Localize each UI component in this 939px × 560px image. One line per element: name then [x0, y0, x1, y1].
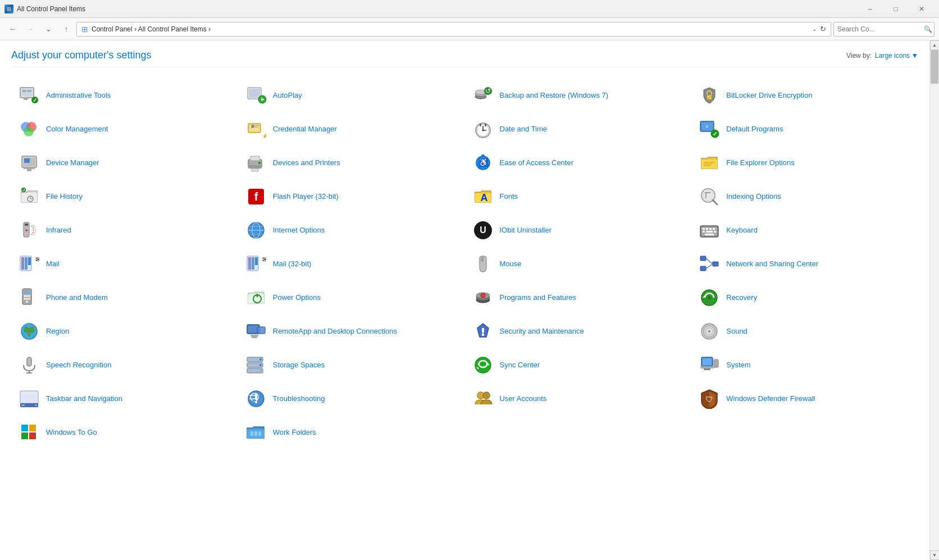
- control-item-user-accounts[interactable]: User Accounts: [465, 382, 692, 416]
- mail-32bit-label[interactable]: Mail (32-bit): [273, 259, 312, 269]
- devices-printers-label[interactable]: Devices and Printers: [273, 158, 340, 168]
- control-item-infrared[interactable]: Infrared: [11, 213, 238, 247]
- default-programs-label[interactable]: Default Programs: [726, 125, 783, 134]
- flash-player-label[interactable]: Flash Player (32-bit): [273, 192, 339, 202]
- control-item-admin-tools[interactable]: ✓Administrative Tools: [11, 79, 238, 112]
- control-item-autoplay[interactable]: AutoPlay: [238, 79, 465, 112]
- control-item-taskbar-navigation[interactable]: Taskbar and Navigation: [11, 382, 238, 416]
- back-button[interactable]: ←: [4, 21, 20, 37]
- control-item-backup-restore[interactable]: ↺Backup and Restore (Windows 7): [465, 79, 692, 112]
- control-item-recovery[interactable]: Recovery: [691, 281, 918, 315]
- up-button[interactable]: ↑: [58, 21, 74, 37]
- control-item-network-sharing[interactable]: Network and Sharing Center: [691, 247, 918, 281]
- mail-label[interactable]: Mail: [46, 259, 60, 269]
- control-item-security-maintenance[interactable]: !Security and Maintenance: [465, 315, 692, 348]
- keyboard-label[interactable]: Keyboard: [726, 226, 758, 235]
- user-accounts-label[interactable]: User Accounts: [500, 394, 547, 404]
- iobit-uninstaller-label[interactable]: IObit Uninstaller: [500, 226, 551, 235]
- indexing-options-label[interactable]: Indexing Options: [726, 192, 781, 202]
- control-item-indexing-options[interactable]: Indexing Options: [691, 180, 918, 213]
- scrollbar-thumb[interactable]: [931, 50, 938, 84]
- mouse-label[interactable]: Mouse: [500, 259, 522, 269]
- sync-center-label[interactable]: Sync Center: [500, 361, 540, 370]
- view-by-dropdown[interactable]: Large icons ▼: [875, 52, 918, 60]
- work-folders-label[interactable]: Work Folders: [273, 428, 316, 438]
- search-input[interactable]: [837, 25, 922, 33]
- security-maintenance-label[interactable]: Security and Maintenance: [500, 327, 584, 336]
- control-item-device-manager[interactable]: Device Manager: [11, 146, 238, 180]
- control-item-windows-defender-firewall[interactable]: 🛡Windows Defender Firewall: [691, 382, 918, 416]
- system-label[interactable]: System: [726, 361, 750, 370]
- control-item-remoteapp[interactable]: RemoteApp and Desktop Connections: [238, 315, 465, 348]
- control-item-system[interactable]: System: [691, 348, 918, 382]
- control-item-sync-center[interactable]: Sync Center: [465, 348, 692, 382]
- control-item-devices-printers[interactable]: Devices and Printers: [238, 146, 465, 180]
- control-item-mouse[interactable]: Mouse: [465, 247, 692, 281]
- network-sharing-label[interactable]: Network and Sharing Center: [726, 259, 818, 269]
- windows-to-go-label[interactable]: Windows To Go: [46, 428, 97, 438]
- control-item-internet-options[interactable]: Internet Options: [238, 213, 465, 247]
- control-item-speech-recognition[interactable]: Speech Recognition: [11, 348, 238, 382]
- search-icon[interactable]: 🔍: [924, 25, 932, 33]
- fonts-label[interactable]: Fonts: [500, 192, 518, 202]
- infrared-label[interactable]: Infrared: [46, 226, 71, 235]
- control-item-color-management[interactable]: Color Management: [11, 112, 238, 146]
- control-item-file-explorer-options[interactable]: File Explorer Options: [691, 146, 918, 180]
- minimize-button[interactable]: –: [857, 0, 883, 18]
- date-time-label[interactable]: Date and Time: [500, 125, 548, 134]
- ease-of-access-label[interactable]: Ease of Access Center: [500, 158, 574, 168]
- control-item-fonts[interactable]: AFonts: [465, 180, 692, 213]
- control-item-mail[interactable]: ✉Mail: [11, 247, 238, 281]
- close-button[interactable]: ✕: [909, 0, 935, 18]
- device-manager-label[interactable]: Device Manager: [46, 158, 99, 168]
- file-history-label[interactable]: File History: [46, 192, 83, 202]
- maximize-button[interactable]: □: [883, 0, 909, 18]
- control-item-iobit-uninstaller[interactable]: UIObit Uninstaller: [465, 213, 692, 247]
- control-item-sound[interactable]: Sound: [691, 315, 918, 348]
- internet-options-label[interactable]: Internet Options: [273, 226, 325, 235]
- phone-modem-label[interactable]: Phone and Modem: [46, 293, 108, 303]
- control-item-flash-player[interactable]: fFlash Player (32-bit): [238, 180, 465, 213]
- speech-recognition-label[interactable]: Speech Recognition: [46, 361, 111, 370]
- power-options-label[interactable]: Power Options: [273, 293, 321, 303]
- control-item-mail-32bit[interactable]: ✉Mail (32-bit): [238, 247, 465, 281]
- windows-defender-firewall-label[interactable]: Windows Defender Firewall: [726, 394, 815, 404]
- autoplay-label[interactable]: AutoPlay: [273, 91, 302, 101]
- address-bar-input[interactable]: ⊞ Control Panel › All Control Panel Item…: [76, 22, 831, 37]
- region-label[interactable]: Region: [46, 327, 69, 336]
- control-item-default-programs[interactable]: ≡✓Default Programs: [691, 112, 918, 146]
- programs-features-label[interactable]: Programs and Features: [500, 293, 577, 303]
- control-item-troubleshooting[interactable]: Troubleshooting: [238, 382, 465, 416]
- address-dropdown-icon[interactable]: ⌄: [812, 26, 817, 32]
- recovery-label[interactable]: Recovery: [726, 293, 757, 303]
- search-box[interactable]: 🔍: [833, 22, 935, 37]
- taskbar-navigation-label[interactable]: Taskbar and Navigation: [46, 394, 122, 404]
- scroll-up-button[interactable]: ▲: [930, 40, 940, 50]
- sound-label[interactable]: Sound: [726, 327, 747, 336]
- bitlocker-label[interactable]: BitLocker Drive Encryption: [726, 91, 812, 101]
- control-item-file-history[interactable]: ↺File History: [11, 180, 238, 213]
- remoteapp-label[interactable]: RemoteApp and Desktop Connections: [273, 327, 397, 336]
- admin-tools-label[interactable]: Administrative Tools: [46, 91, 111, 101]
- storage-spaces-label[interactable]: Storage Spaces: [273, 361, 325, 370]
- control-item-ease-of-access[interactable]: ♿Ease of Access Center: [465, 146, 692, 180]
- control-item-phone-modem[interactable]: Phone and Modem: [11, 281, 238, 315]
- recent-locations-button[interactable]: ⌄: [40, 21, 56, 37]
- control-item-bitlocker[interactable]: 🔑BitLocker Drive Encryption: [691, 79, 918, 112]
- credential-manager-label[interactable]: Credential Manager: [273, 125, 337, 134]
- control-item-region[interactable]: Region: [11, 315, 238, 348]
- control-item-programs-features[interactable]: Programs and Features: [465, 281, 692, 315]
- refresh-icon[interactable]: ↻: [820, 25, 826, 33]
- troubleshooting-label[interactable]: Troubleshooting: [273, 394, 325, 404]
- control-item-keyboard[interactable]: Keyboard: [691, 213, 918, 247]
- control-item-windows-to-go[interactable]: Windows To Go: [11, 416, 238, 449]
- backup-restore-label[interactable]: Backup and Restore (Windows 7): [500, 91, 609, 101]
- color-management-label[interactable]: Color Management: [46, 125, 108, 134]
- control-item-power-options[interactable]: Power Options: [238, 281, 465, 315]
- file-explorer-options-label[interactable]: File Explorer Options: [726, 158, 794, 168]
- scroll-down-button[interactable]: ▼: [930, 550, 940, 560]
- control-item-work-folders[interactable]: Work Folders: [238, 416, 465, 449]
- forward-button[interactable]: →: [22, 21, 38, 37]
- control-item-storage-spaces[interactable]: Storage Spaces: [238, 348, 465, 382]
- control-item-credential-manager[interactable]: 🔑Credential Manager: [238, 112, 465, 146]
